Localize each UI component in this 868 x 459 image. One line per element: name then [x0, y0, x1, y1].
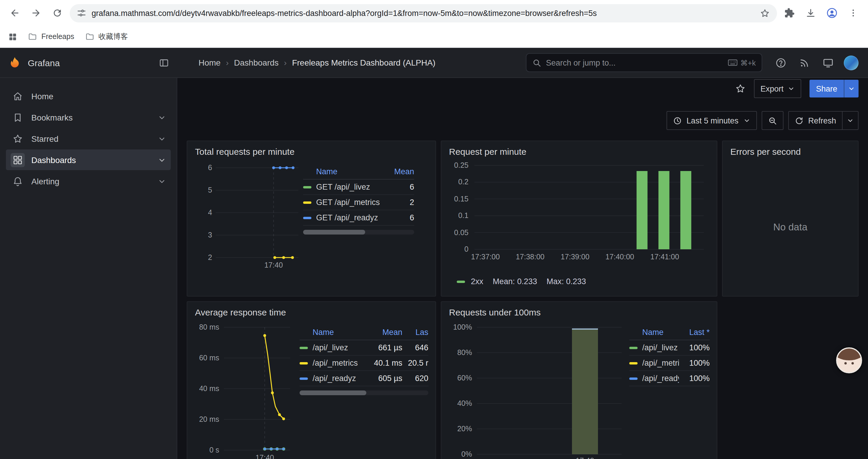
series-swatch	[629, 347, 638, 349]
share-menu-button[interactable]	[844, 80, 859, 97]
refresh-group: Refresh	[788, 111, 859, 130]
legend-scrollbar[interactable]	[300, 391, 428, 395]
star-icon	[11, 131, 25, 145]
legend-col-mean[interactable]: Mean	[372, 328, 402, 337]
legend-row[interactable]: GET /api/_readyz 6	[303, 210, 414, 226]
breadcrumb-separator: ›	[226, 58, 229, 67]
legend-row[interactable]: /api/_livez 661 µs 646	[300, 340, 428, 356]
chevron-down-icon	[788, 85, 795, 92]
y-tick: 3	[194, 230, 212, 240]
back-button[interactable]	[6, 4, 24, 22]
series-mean: 40.1 ms	[372, 359, 402, 367]
screen-icon[interactable]	[820, 55, 836, 70]
browser-menu-icon[interactable]	[844, 4, 862, 22]
refresh-button[interactable]: Refresh	[788, 112, 842, 129]
breadcrumb-home[interactable]: Home	[198, 58, 221, 67]
search-icon	[532, 58, 541, 67]
chevron-down-icon[interactable]	[158, 134, 166, 143]
bookmark-star-icon[interactable]	[760, 8, 770, 18]
scrollbar-thumb[interactable]	[300, 391, 367, 395]
chat-avatar[interactable]	[836, 347, 862, 373]
panel-title[interactable]: Request per minute	[441, 141, 717, 158]
sidebar-item-home[interactable]: Home	[6, 86, 171, 106]
bookmark-freeleaps[interactable]: Freeleaps	[28, 32, 74, 41]
sidebar-item-starred[interactable]: Starred	[6, 128, 171, 149]
sidebar-item-bookmarks[interactable]: Bookmarks	[6, 107, 171, 128]
legend[interactable]: 2xx Mean: 0.233 Max: 0.233	[457, 277, 586, 286]
dashboard-actions: Export Share	[187, 79, 859, 98]
bar-plot	[474, 165, 704, 249]
legend-col-last[interactable]: Last *	[679, 328, 710, 337]
series-swatch	[303, 186, 311, 188]
downloads-icon[interactable]	[802, 4, 819, 22]
sidebar-item-dashboards[interactable]: Dashboards	[6, 150, 171, 170]
bookmark-blogs[interactable]: 收藏博客	[85, 32, 128, 42]
url-bar[interactable]: grafana.mathmast.com/d/deytv4rwavabkb/fr…	[70, 4, 777, 22]
extensions-icon[interactable]	[780, 4, 798, 22]
export-button[interactable]: Export	[754, 79, 801, 98]
chevron-down-icon[interactable]	[158, 156, 166, 164]
site-info-icon[interactable]	[77, 8, 86, 18]
profile-icon[interactable]	[823, 4, 841, 22]
y-tick: 0 s	[194, 446, 219, 455]
legend-row[interactable]: /api/_metrics 100%	[629, 356, 710, 371]
series-last: 20.5 r	[402, 359, 428, 367]
url-text[interactable]: grafana.mathmast.com/d/deytv4rwavabkb/fr…	[92, 8, 754, 18]
legend-row[interactable]: GET /api/_metrics 2	[303, 195, 414, 210]
sidebar-item-label: Home	[31, 91, 166, 101]
x-tick: 17:40:00	[606, 253, 634, 261]
share-split-button: Share	[809, 80, 859, 97]
total-requests-chart: 6 5 4 3 2	[194, 160, 300, 277]
legend-col-name[interactable]: Name	[313, 328, 372, 337]
favorite-star-icon[interactable]	[735, 83, 746, 94]
series-mean: 605 µs	[372, 374, 402, 383]
series-swatch	[303, 217, 311, 219]
reload-button[interactable]	[49, 4, 66, 22]
legend-col-last[interactable]: Las	[402, 328, 428, 337]
series-name: /api/_metrics	[313, 359, 372, 367]
empty-grid-cell	[722, 301, 859, 459]
panel-title[interactable]: Average response time	[187, 302, 435, 319]
refresh-interval-button[interactable]	[842, 112, 858, 129]
sidebar-toggle-icon[interactable]	[159, 58, 169, 68]
app-title: Grafana	[28, 58, 60, 68]
legend-row[interactable]: /api/_metrics 40.1 ms 20.5 r	[300, 356, 428, 371]
breadcrumb-dashboards[interactable]: Dashboards	[234, 58, 279, 67]
apps-grid-icon[interactable]	[8, 32, 17, 41]
legend-col-name[interactable]: Name	[642, 328, 679, 337]
legend-row[interactable]: /api/_readyz 605 µs 620	[300, 371, 428, 386]
y-tick: 2	[194, 253, 212, 262]
time-range-picker[interactable]: Last 5 minutes	[666, 111, 757, 130]
legend-row[interactable]: /api/_livez 100%	[629, 340, 710, 356]
series-mean: 661 µs	[372, 343, 402, 352]
legend-col-mean[interactable]: Mean	[383, 167, 414, 176]
chevron-down-icon[interactable]	[158, 113, 166, 121]
panel-title[interactable]: Errors per second	[723, 141, 858, 158]
search-input[interactable]: Search or jump to... ⌘+k	[526, 53, 762, 72]
sidebar-item-alerting[interactable]: Alerting	[6, 171, 171, 191]
response-time-chart: 80 ms 60 ms 40 ms 20 ms 0 s	[194, 320, 296, 459]
zoom-out-button[interactable]	[761, 111, 783, 130]
scrollbar-thumb[interactable]	[303, 230, 365, 234]
browser-toolbar: grafana.mathmast.com/d/deytv4rwavabkb/fr…	[0, 0, 868, 26]
breadcrumb-separator: ›	[284, 58, 286, 67]
series-name: /api/_readyz	[313, 374, 372, 383]
breadcrumb-current: Freeleaps Metrics Dashboard (ALPHA)	[292, 58, 435, 67]
legend-col-name[interactable]: Name	[316, 167, 383, 176]
series-last: 100%	[679, 374, 710, 383]
y-tick: 20%	[448, 424, 472, 434]
chevron-down-icon[interactable]	[158, 177, 166, 185]
panel-title[interactable]: Requests under 100ms	[441, 302, 717, 319]
series-name: /api/_livez	[642, 343, 679, 352]
series-last: 646	[402, 343, 428, 352]
news-icon[interactable]	[797, 55, 812, 70]
legend-row[interactable]: /api/_readyz 100%	[629, 371, 710, 386]
share-button[interactable]: Share	[809, 80, 844, 97]
user-avatar[interactable]	[844, 55, 859, 70]
legend-scrollbar[interactable]	[303, 230, 414, 234]
forward-button[interactable]	[27, 4, 45, 22]
help-icon[interactable]	[773, 55, 788, 70]
legend-row[interactable]: GET /api/_livez 6	[303, 179, 414, 195]
panel-title[interactable]: Total requests per minute	[187, 141, 435, 158]
grafana-app: Grafana Home › Dashboards › Freeleaps Me…	[0, 48, 868, 459]
